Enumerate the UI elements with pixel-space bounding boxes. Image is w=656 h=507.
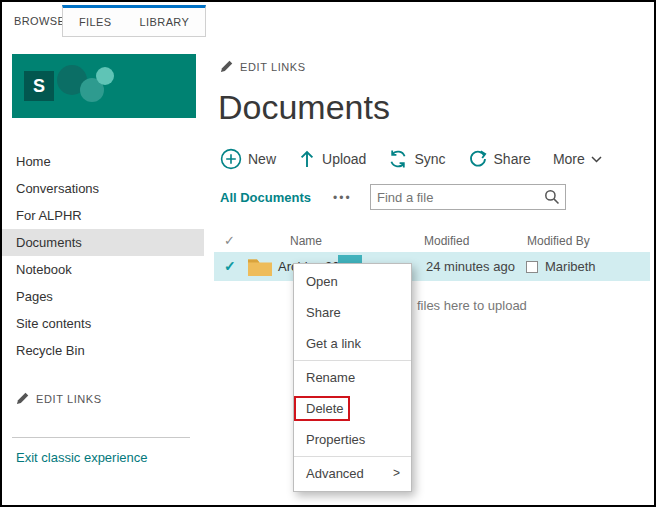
context-menu-item-advanced[interactable]: Advanced > (294, 458, 411, 489)
sync-arrows-icon (388, 149, 408, 169)
context-menu-item-delete-label: Delete (306, 401, 344, 416)
sidebar-item-documents[interactable]: Documents (2, 229, 204, 256)
context-menu-item-delete[interactable]: Delete (294, 393, 411, 424)
context-menu-item-open[interactable]: Open (294, 266, 411, 297)
sidebar-item-recycle-bin[interactable]: Recycle Bin (2, 337, 204, 364)
more-button[interactable]: More (553, 151, 602, 167)
sync-button-label: Sync (414, 151, 445, 167)
search-input[interactable] (371, 190, 539, 205)
sidebar-item-for-alphr[interactable]: For ALPHR (2, 202, 204, 229)
plus-circle-icon (220, 148, 242, 170)
sidebar-item-site-contents[interactable]: Site contents (2, 310, 204, 337)
pencil-icon (16, 392, 29, 405)
row-modified-by-cell: Maribeth (526, 252, 596, 281)
ribbon-contextual-tab-group: FILES LIBRARY (62, 5, 206, 37)
view-selector-row: All Documents ••• (220, 190, 352, 205)
more-button-label: More (553, 151, 585, 167)
upload-button-label: Upload (322, 151, 366, 167)
tab-library[interactable]: LIBRARY (126, 16, 204, 28)
context-menu-item-advanced-label: Advanced (306, 466, 364, 481)
magnifier-icon (544, 189, 560, 205)
sync-button[interactable]: Sync (388, 149, 445, 169)
table-row[interactable]: ✓ Archive 2021 24 minutes ago Maribeth (214, 252, 650, 281)
chevron-down-icon (591, 156, 602, 163)
column-header-name[interactable]: Name (290, 228, 322, 254)
share-circle-icon (468, 149, 488, 169)
sidebar-item-pages[interactable]: Pages (2, 283, 204, 310)
main-content: EDIT LINKS Documents New Upload Sync (212, 40, 654, 505)
sharepoint-logo-circles-icon (48, 62, 126, 110)
row-modified-by-value: Maribeth (545, 259, 596, 274)
folder-icon[interactable] (248, 257, 272, 276)
exit-classic-experience-link[interactable]: Exit classic experience (16, 450, 148, 465)
sidebar-item-conversations[interactable]: Conversations (2, 175, 204, 202)
sidebar-nav: Home Conversations For ALPHR Documents N… (2, 148, 204, 364)
tab-browse[interactable]: BROWSE (14, 2, 65, 40)
drag-drop-hint: files here to upload (417, 298, 527, 313)
command-bar: New Upload Sync Share More (220, 148, 602, 170)
share-button-label: Share (494, 151, 531, 167)
context-menu-divider (294, 456, 411, 457)
sidebar-item-home[interactable]: Home (2, 148, 204, 175)
ribbon-tab-bar: BROWSE FILES LIBRARY (2, 2, 654, 40)
select-all-checkbox[interactable]: ✓ (224, 228, 235, 254)
context-menu-item-properties[interactable]: Properties (294, 424, 411, 455)
row-modified-value: 24 minutes ago (426, 252, 515, 281)
current-view-link[interactable]: All Documents (220, 190, 311, 205)
list-column-headers: ✓ Name Modified Modified By (212, 228, 646, 254)
upload-button[interactable]: Upload (298, 149, 366, 169)
search-button[interactable] (539, 185, 565, 209)
submenu-arrow-icon: > (393, 458, 400, 489)
new-button[interactable]: New (220, 148, 276, 170)
site-logo[interactable]: S (12, 54, 196, 118)
share-button[interactable]: Share (468, 149, 531, 169)
sidebar-item-notebook[interactable]: Notebook (2, 256, 204, 283)
column-header-modified-by[interactable]: Modified By (527, 228, 590, 254)
page-title: Documents (218, 88, 390, 127)
context-menu-divider (294, 360, 411, 361)
sidebar: S Home Conversations For ALPHR Documents… (2, 40, 204, 505)
sharepoint-classic-window: BROWSE FILES LIBRARY S Home Conversation… (0, 0, 656, 507)
sidebar-divider (12, 437, 190, 438)
page-edit-links-label: EDIT LINKS (240, 61, 306, 73)
tab-files[interactable]: FILES (65, 16, 126, 28)
context-menu-item-share[interactable]: Share (294, 297, 411, 328)
sidebar-edit-links-label: EDIT LINKS (36, 393, 102, 405)
context-menu-item-get-a-link[interactable]: Get a link (294, 328, 411, 359)
view-ellipsis-button[interactable]: ••• (333, 191, 352, 205)
column-header-modified[interactable]: Modified (424, 228, 469, 254)
context-menu: Open Share Get a link Rename Delete Prop… (293, 263, 412, 492)
search-box (370, 184, 566, 210)
presence-checkbox-icon (526, 261, 538, 273)
row-selected-check-icon[interactable]: ✓ (224, 252, 236, 281)
context-menu-item-rename[interactable]: Rename (294, 362, 411, 393)
sharepoint-logo-icon: S (24, 71, 54, 101)
new-button-label: New (248, 151, 276, 167)
upload-arrow-icon (298, 149, 316, 169)
page-edit-links[interactable]: EDIT LINKS (220, 60, 306, 73)
sidebar-edit-links[interactable]: EDIT LINKS (16, 392, 102, 405)
pencil-icon (220, 60, 233, 73)
